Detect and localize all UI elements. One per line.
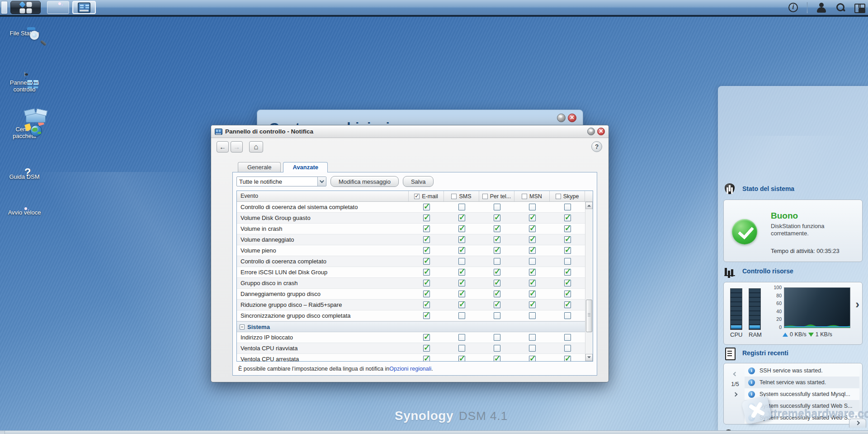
column-header-evento[interactable]: Evento	[237, 191, 409, 201]
notification-checkbox[interactable]	[564, 301, 571, 308]
forward-button[interactable]: →	[231, 141, 243, 153]
notification-checkbox[interactable]	[529, 204, 536, 210]
notification-checkbox[interactable]	[529, 356, 536, 361]
notification-checkbox[interactable]	[494, 356, 500, 361]
notification-checkbox[interactable]	[564, 247, 571, 254]
notification-checkbox[interactable]	[423, 334, 430, 341]
channel-select-all-checkbox[interactable]	[451, 194, 457, 199]
notification-checkbox[interactable]	[564, 356, 571, 361]
event-row[interactable]: Ventola CPU riavviata	[237, 343, 585, 354]
notification-checkbox[interactable]	[494, 247, 500, 254]
taskbar-quick-start-button[interactable]	[47, 1, 69, 14]
notification-checkbox[interactable]	[494, 301, 500, 308]
close-icon[interactable]	[597, 128, 605, 135]
event-row[interactable]: Sincronizzazione gruppo disco completata	[237, 310, 585, 321]
notification-checkbox[interactable]	[423, 215, 430, 221]
notification-checkbox[interactable]	[564, 204, 571, 210]
notification-checkbox[interactable]	[494, 345, 500, 352]
notification-checkbox[interactable]	[458, 345, 465, 352]
notification-checkbox[interactable]	[458, 269, 465, 276]
scroll-down-arrow[interactable]	[585, 354, 593, 361]
notification-checkbox[interactable]	[494, 236, 500, 243]
notification-checkbox[interactable]	[564, 312, 571, 319]
save-button[interactable]: Salva	[403, 176, 434, 187]
event-row[interactable]: Controllo di coerenza del sistema comple…	[237, 202, 585, 213]
notification-checkbox[interactable]	[529, 225, 536, 232]
notification-checkbox[interactable]	[494, 258, 500, 265]
event-row[interactable]: Volume pieno	[237, 245, 585, 256]
notification-checkbox[interactable]	[423, 345, 430, 352]
notification-filter-select[interactable]: Tutte le notifiche	[236, 176, 326, 186]
notification-checkbox[interactable]	[529, 345, 536, 352]
notification-checkbox[interactable]	[458, 258, 465, 265]
back-button[interactable]: ←	[217, 141, 229, 153]
desktop-icon-control-panel[interactable]: Pannello di controllo	[4, 77, 45, 93]
notification-checkbox[interactable]	[494, 269, 500, 276]
notification-checkbox[interactable]	[529, 236, 536, 243]
dialog-titlebar[interactable]: Pannello di controllo - Notifica	[211, 125, 609, 138]
notification-checkbox[interactable]	[423, 247, 430, 254]
notification-checkbox[interactable]	[494, 225, 500, 232]
main-menu-button[interactable]	[10, 1, 41, 14]
notification-checkbox[interactable]	[529, 334, 536, 341]
group-row-sistema[interactable]: Sistema	[237, 321, 585, 332]
notification-checkbox[interactable]	[423, 301, 430, 308]
notification-checkbox[interactable]	[529, 291, 536, 297]
expand-arrow-icon[interactable]: ›	[855, 300, 859, 309]
regional-options-link[interactable]: Opzioni regionali	[389, 366, 431, 372]
event-row[interactable]: Volume danneggiato	[237, 234, 585, 245]
notification-checkbox[interactable]	[494, 204, 500, 210]
scrollbar-track[interactable]	[585, 209, 593, 354]
notification-checkbox[interactable]	[458, 334, 465, 341]
notification-checkbox[interactable]	[458, 356, 465, 361]
channel-select-all-checkbox[interactable]	[522, 194, 527, 199]
notification-checkbox[interactable]	[423, 312, 430, 319]
notification-checkbox[interactable]	[529, 269, 536, 276]
collapse-group-icon[interactable]	[240, 324, 245, 329]
notification-checkbox[interactable]	[564, 291, 571, 297]
notification-checkbox[interactable]	[458, 312, 465, 319]
notification-checkbox[interactable]	[564, 269, 571, 276]
notification-checkbox[interactable]	[458, 301, 465, 308]
notification-checkbox[interactable]	[529, 258, 536, 265]
scroll-up-arrow[interactable]	[585, 202, 593, 209]
notification-checkbox[interactable]	[423, 258, 430, 265]
user-icon[interactable]	[816, 3, 826, 13]
notification-checkbox[interactable]	[529, 312, 536, 319]
event-row[interactable]: Controllo di coerenza completato	[237, 256, 585, 267]
notification-checkbox[interactable]	[564, 225, 571, 232]
sidebar-collapse-tab[interactable]	[849, 419, 866, 428]
notification-checkbox[interactable]	[564, 345, 571, 352]
taskbar-control-panel-button[interactable]	[72, 1, 96, 14]
notification-checkbox[interactable]	[458, 247, 465, 254]
vertical-scrollbar[interactable]	[585, 202, 593, 361]
event-row[interactable]: Riduzione gruppo disco – Raid5+spare	[237, 300, 585, 310]
tab-avanzate[interactable]: Avanzate	[283, 162, 328, 172]
notification-checkbox[interactable]	[458, 215, 465, 221]
notification-checkbox[interactable]	[564, 236, 571, 243]
info-icon[interactable]	[788, 3, 798, 12]
chevron-down-icon[interactable]	[317, 177, 326, 186]
notification-checkbox[interactable]	[423, 280, 430, 286]
notification-checkbox[interactable]	[458, 280, 465, 286]
desktop-icon-file-station[interactable]: File Station	[4, 28, 45, 37]
close-icon[interactable]	[568, 114, 576, 122]
tab-generale[interactable]: Generale	[238, 162, 281, 172]
event-row[interactable]: Volume Disk Group guasto	[237, 213, 585, 224]
notification-checkbox[interactable]	[458, 225, 465, 232]
notification-checkbox[interactable]	[494, 312, 500, 319]
search-icon[interactable]	[835, 3, 845, 13]
event-row[interactable]: Indirizzo IP bloccato	[237, 332, 585, 343]
minimize-button[interactable]	[587, 128, 595, 135]
notification-checkbox[interactable]	[494, 334, 500, 341]
desktop-icon-dsm-help[interactable]: Guida DSM	[4, 172, 45, 180]
notification-checkbox[interactable]	[564, 215, 571, 221]
horizontal-scrollbar[interactable]	[0, 430, 868, 434]
page-down-icon[interactable]	[733, 392, 737, 397]
notification-checkbox[interactable]	[423, 204, 430, 210]
notification-checkbox[interactable]	[564, 280, 571, 286]
desktop-icon-quick-start[interactable]: Avvio veloce	[4, 207, 45, 216]
home-button[interactable]: ⌂	[249, 141, 263, 153]
notification-checkbox[interactable]	[423, 236, 430, 243]
pilot-view-icon[interactable]	[854, 3, 865, 12]
